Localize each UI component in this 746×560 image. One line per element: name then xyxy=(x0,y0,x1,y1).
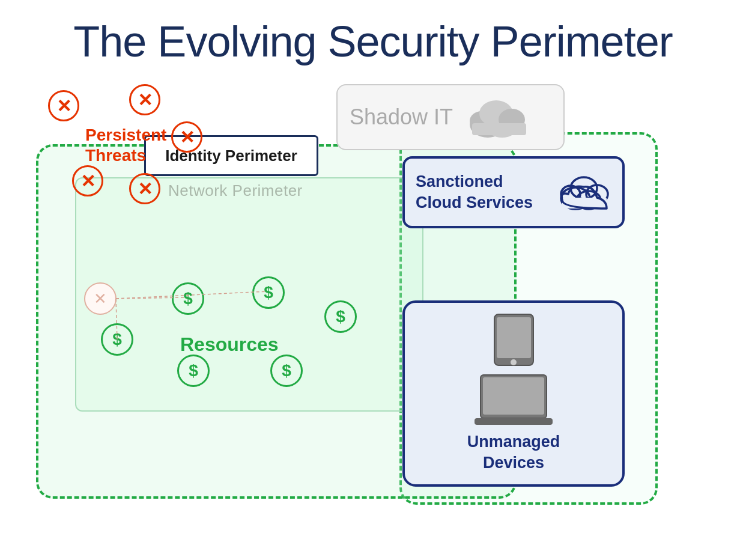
threats-area: ✕ ✕ ✕ ✕ ✕ Persistent Threats xyxy=(36,84,204,216)
devices-icons xyxy=(405,303,622,431)
svg-rect-5 xyxy=(472,123,526,135)
threat-icon-4: ✕ xyxy=(72,165,103,196)
threat-icon-5: ✕ xyxy=(129,173,160,204)
unmanaged-devices-label: UnmanagedDevices xyxy=(467,431,560,473)
svg-point-14 xyxy=(511,359,517,365)
resource-icon-4: $ xyxy=(324,300,357,333)
sanctioned-cloud-label: SanctionedCloud Services xyxy=(416,171,557,213)
threat-icon-1: ✕ xyxy=(48,90,79,121)
svg-rect-16 xyxy=(483,377,544,415)
threat-icon-2: ✕ xyxy=(129,84,160,115)
page-title: The Evolving Security Perimeter xyxy=(0,0,746,66)
resource-icon-2: $ xyxy=(172,282,204,315)
shadow-it-label: Shadow IT xyxy=(350,105,453,130)
svg-rect-17 xyxy=(475,418,553,425)
unmanaged-devices-box: UnmanagedDevices xyxy=(402,300,625,487)
resource-icon-6: $ xyxy=(270,355,303,387)
svg-rect-13 xyxy=(497,317,531,358)
tablet-icon xyxy=(491,311,536,368)
laptop-icon xyxy=(475,372,553,426)
resource-icon-3: $ xyxy=(252,276,285,309)
shadow-it-cloud-icon xyxy=(465,96,531,139)
threats-label: Persistent Threats xyxy=(85,125,166,165)
sanctioned-cloud-icon xyxy=(557,171,611,213)
diagram-area: Network Perimeter Identity Perimeter ✕ ✕… xyxy=(18,84,728,541)
threat-inside-network-icon: ✕ xyxy=(84,282,117,315)
threat-icon-3: ✕ xyxy=(171,121,202,153)
shadow-it-box: Shadow IT xyxy=(336,84,565,150)
resources-label: Resources xyxy=(180,333,279,356)
sanctioned-cloud-box: SanctionedCloud Services xyxy=(402,156,625,228)
resource-icon-5: $ xyxy=(177,355,210,387)
resource-icon-1: $ xyxy=(101,323,133,356)
